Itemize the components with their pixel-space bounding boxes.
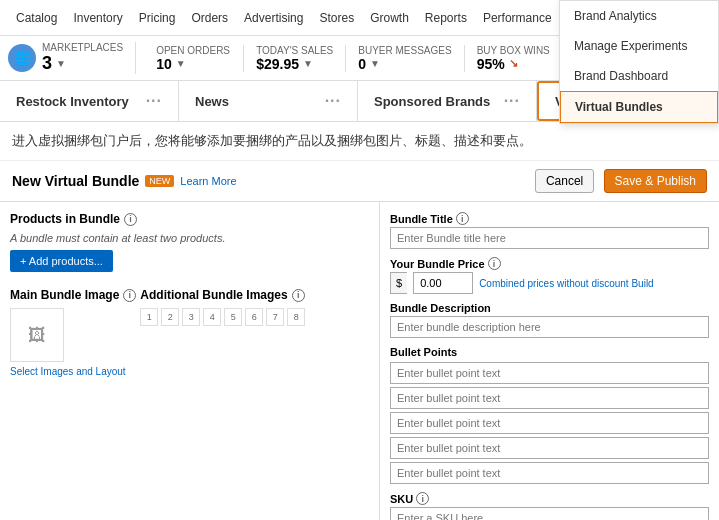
buyer-messages-block: BUYER MESSAGES 0 ▼ bbox=[346, 45, 464, 72]
bullet-point-5[interactable] bbox=[390, 462, 709, 484]
products-info-icon[interactable]: i bbox=[124, 213, 137, 226]
bundle-note: A bundle must contain at least two produ… bbox=[10, 232, 369, 244]
open-orders-dropdown[interactable]: ▼ bbox=[176, 58, 186, 69]
additional-images-label: Additional Bundle Images i bbox=[140, 288, 305, 302]
nav-growth[interactable]: Growth bbox=[362, 0, 417, 36]
bundle-description-field: Bundle Description bbox=[390, 302, 709, 338]
marketplace-label: MARKETPLACES bbox=[42, 42, 123, 53]
bundle-description-label: Bundle Description bbox=[390, 302, 709, 314]
bundle-description-input[interactable] bbox=[390, 316, 709, 338]
image-number-slots: 1 2 3 4 5 6 7 8 bbox=[140, 308, 305, 326]
marketplace-dropdown[interactable]: ▼ bbox=[56, 58, 66, 69]
marketplace-info: MARKETPLACES 3 ▼ bbox=[42, 42, 123, 74]
buy-box-block: BUY BOX WINS 95% ↘ bbox=[465, 45, 565, 72]
vb-form-layout: Products in Bundle i A bundle must conta… bbox=[0, 202, 719, 520]
sku-input[interactable] bbox=[390, 507, 709, 520]
bullet-points-field: Bullet Points bbox=[390, 346, 709, 484]
nav-catalog[interactable]: Catalog bbox=[8, 0, 65, 36]
dropdown-virtual-bundles[interactable]: Virtual Bundles bbox=[560, 91, 718, 123]
dropdown-brand-analytics[interactable]: Brand Analytics bbox=[560, 1, 718, 31]
vb-title: New Virtual Bundle bbox=[12, 173, 139, 189]
bullet-points-list bbox=[390, 362, 709, 484]
bundle-title-label: Bundle Title i bbox=[390, 212, 709, 225]
top-navigation: Catalog Inventory Pricing Orders Adverti… bbox=[0, 0, 719, 36]
vb-actions: Cancel Save & Publish bbox=[535, 169, 707, 193]
bundle-title-input[interactable] bbox=[390, 227, 709, 249]
nav-inventory[interactable]: Inventory bbox=[65, 0, 130, 36]
nav-orders[interactable]: Orders bbox=[183, 0, 236, 36]
main-image-label: Main Bundle Image i bbox=[10, 288, 136, 302]
buy-box-label: BUY BOX WINS bbox=[477, 45, 553, 56]
img-slot-6[interactable]: 6 bbox=[245, 308, 263, 326]
buyer-messages-dropdown[interactable]: ▼ bbox=[370, 58, 380, 69]
sku-field: SKU i bbox=[390, 492, 709, 520]
nav-performance[interactable]: Performance bbox=[475, 0, 560, 36]
info-text: 进入虚拟捆绑包门户后，您将能够添加要捆绑的产品以及捆绑包图片、标题、描述和要点。 bbox=[0, 122, 719, 161]
save-publish-button[interactable]: Save & Publish bbox=[604, 169, 707, 193]
tab-news[interactable]: News ··· bbox=[179, 81, 358, 121]
form-left-panel: Products in Bundle i A bundle must conta… bbox=[0, 202, 380, 520]
todays-sales-dropdown[interactable]: ▼ bbox=[303, 58, 313, 69]
cancel-button[interactable]: Cancel bbox=[535, 169, 594, 193]
img-slot-4[interactable]: 4 bbox=[203, 308, 221, 326]
tab-dots-1: ··· bbox=[325, 92, 341, 110]
img-slot-7[interactable]: 7 bbox=[266, 308, 284, 326]
buyer-messages-value: 0 ▼ bbox=[358, 56, 451, 72]
bullet-points-label: Bullet Points bbox=[390, 346, 709, 358]
img-slot-3[interactable]: 3 bbox=[182, 308, 200, 326]
sku-info-icon[interactable]: i bbox=[416, 492, 429, 505]
bullet-point-2[interactable] bbox=[390, 387, 709, 409]
tab-restock-inventory[interactable]: Restock Inventory ··· bbox=[0, 81, 179, 121]
image-placeholder-icon: 🖼 bbox=[28, 325, 46, 346]
price-input[interactable] bbox=[413, 272, 473, 294]
products-section-title: Products in Bundle i bbox=[10, 212, 369, 226]
images-row: Main Bundle Image i 🖼 Additional Bundle … bbox=[10, 288, 369, 362]
todays-sales-label: TODAY'S SALES bbox=[256, 45, 333, 56]
img-slot-5[interactable]: 5 bbox=[224, 308, 242, 326]
img-slot-2[interactable]: 2 bbox=[161, 308, 179, 326]
images-section: Main Bundle Image i 🖼 Additional Bundle … bbox=[10, 288, 369, 377]
main-image-info-icon[interactable]: i bbox=[123, 289, 136, 302]
additional-images-info-icon[interactable]: i bbox=[292, 289, 305, 302]
todays-sales-block: TODAY'S SALES $29.95 ▼ bbox=[244, 45, 346, 72]
add-products-button[interactable]: + Add products... bbox=[10, 250, 113, 272]
bullet-point-4[interactable] bbox=[390, 437, 709, 459]
nav-advertising[interactable]: Advertising bbox=[236, 0, 311, 36]
nav-pricing[interactable]: Pricing bbox=[131, 0, 184, 36]
open-orders-value: 10 ▼ bbox=[156, 56, 231, 72]
img-slot-8[interactable]: 8 bbox=[287, 308, 305, 326]
globe-icon: 🌐 bbox=[8, 44, 36, 72]
tab-sponsored-brands[interactable]: Sponsored Brands ··· bbox=[358, 81, 537, 121]
form-right-panel: Bundle Title i Your Bundle Price i $ Com… bbox=[380, 202, 719, 520]
brands-dropdown: Brand Analytics Manage Experiments Brand… bbox=[559, 0, 719, 124]
bundle-title-info-icon[interactable]: i bbox=[456, 212, 469, 225]
main-image-column: Main Bundle Image i 🖼 bbox=[10, 288, 136, 362]
open-orders-label: OPEN ORDERS bbox=[156, 45, 231, 56]
price-row: $ Combined prices without discount Build bbox=[390, 272, 709, 294]
vb-form-header: New Virtual Bundle NEW Learn More Cancel… bbox=[0, 161, 719, 202]
combine-prices-link[interactable]: Combined prices without discount Build bbox=[479, 278, 654, 289]
new-badge: NEW bbox=[145, 175, 174, 187]
bundle-price-label: Your Bundle Price i bbox=[390, 257, 709, 270]
vb-title-row: New Virtual Bundle NEW Learn More bbox=[12, 173, 237, 189]
select-images-layout-link[interactable]: Select Images and Layout bbox=[10, 366, 369, 377]
img-slot-1[interactable]: 1 bbox=[140, 308, 158, 326]
price-prefix: $ bbox=[390, 272, 407, 294]
dropdown-manage-experiments[interactable]: Manage Experiments bbox=[560, 31, 718, 61]
sku-label: SKU i bbox=[390, 492, 709, 505]
nav-reports[interactable]: Reports bbox=[417, 0, 475, 36]
todays-sales-value: $29.95 ▼ bbox=[256, 56, 333, 72]
bullet-point-1[interactable] bbox=[390, 362, 709, 384]
main-image-box[interactable]: 🖼 bbox=[10, 308, 64, 362]
bundle-title-field: Bundle Title i bbox=[390, 212, 709, 249]
dropdown-brand-dashboard[interactable]: Brand Dashboard bbox=[560, 61, 718, 91]
bundle-price-info-icon[interactable]: i bbox=[488, 257, 501, 270]
learn-more-link[interactable]: Learn More bbox=[180, 175, 236, 187]
additional-images-column: Additional Bundle Images i 1 2 3 4 5 6 7… bbox=[140, 288, 305, 326]
tab-dots-0: ··· bbox=[146, 92, 162, 110]
buyer-messages-label: BUYER MESSAGES bbox=[358, 45, 451, 56]
bundle-price-field: Your Bundle Price i $ Combined prices wi… bbox=[390, 257, 709, 294]
nav-stores[interactable]: Stores bbox=[311, 0, 362, 36]
bullet-point-3[interactable] bbox=[390, 412, 709, 434]
marketplace-block: 🌐 MARKETPLACES 3 ▼ bbox=[8, 42, 136, 74]
